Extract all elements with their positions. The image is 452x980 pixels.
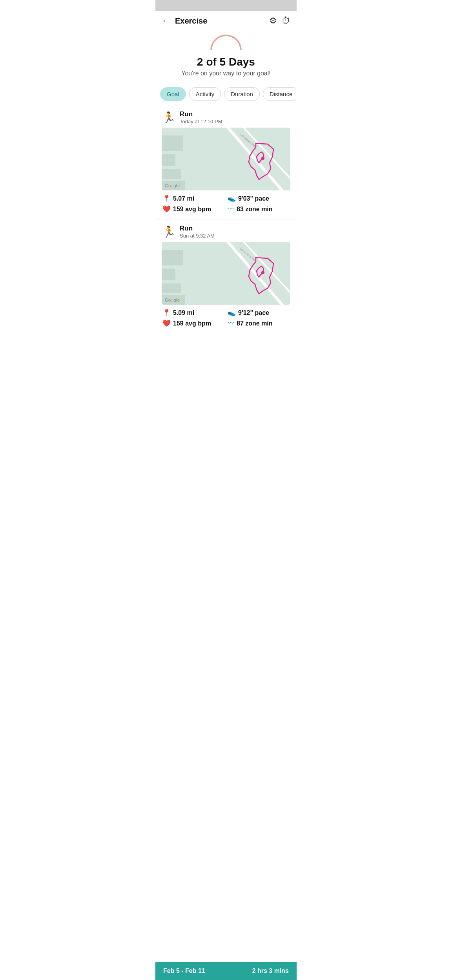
heart-icon-1: ❤️ [162, 205, 171, 213]
shoe-icon-2: 👟 [228, 309, 236, 317]
pin-icon-1: 📍 [162, 194, 171, 203]
stat-heartrate-2: ❤️ 159 avg bpm [162, 319, 224, 327]
stat-zone-1: 〰 83 zone min [228, 205, 290, 213]
goal-arc-container [155, 31, 297, 50]
stats-grid-2: 📍 5.09 mi 👟 9'12" pace ❤️ 159 avg bpm 〰 … [162, 309, 290, 327]
gear-icon[interactable]: ⚙ [269, 16, 277, 26]
stat-distance-1: 📍 5.07 mi [162, 194, 224, 203]
activity-entry-2[interactable]: 🏃 Run Sun at 9:32 AM Lakeshore Rd [155, 220, 297, 334]
status-bar [155, 0, 297, 11]
activity-info: Run Today at 12:10 PM [180, 110, 222, 124]
svg-rect-11 [162, 269, 175, 280]
activity-name-2: Run [180, 225, 215, 232]
activity-timestamp-2: Sun at 9:32 AM [180, 233, 215, 239]
zone-value-1: 83 zone min [237, 206, 273, 213]
goal-arc [210, 35, 242, 50]
run-icon: 🏃 [162, 111, 176, 124]
map-grid-2: Lakeshore Rd [162, 242, 290, 305]
activity-icon: 🏃 [162, 110, 176, 124]
shoe-icon-1: 👟 [228, 194, 236, 203]
activities-list: 🏃 Run Today at 12:10 PM [155, 106, 297, 358]
svg-rect-12 [162, 283, 181, 293]
distance-value-2: 5.09 mi [173, 309, 194, 316]
tab-goal[interactable]: Goal [160, 87, 186, 101]
svg-rect-3 [162, 169, 181, 179]
activity-entry[interactable]: 🏃 Run Today at 12:10 PM [155, 106, 297, 220]
tab-duration[interactable]: Duration [224, 87, 260, 101]
activity-map-1[interactable]: Lakeshore Rd Google [162, 128, 290, 190]
back-button[interactable]: ← [162, 16, 170, 26]
goal-text-container: 2 of 5 Days You're on your way to your g… [155, 50, 297, 81]
map-svg-2: Lakeshore Rd [162, 242, 290, 305]
goal-subtitle-label: You're on your way to your goal! [162, 70, 290, 77]
pin-icon-2: 📍 [162, 309, 171, 317]
header-icons: ⚙ ⏱ [269, 16, 290, 26]
svg-rect-2 [162, 154, 175, 166]
stat-pace-1: 👟 9'03" pace [228, 194, 290, 203]
pace-value-1: 9'03" pace [238, 195, 269, 202]
svg-point-17 [261, 271, 264, 274]
activity-header-2: 🏃 Run Sun at 9:32 AM [162, 225, 290, 239]
activity-timestamp: Today at 12:10 PM [180, 119, 222, 124]
goal-days-label: 2 of 5 Days [162, 56, 290, 68]
timer-icon[interactable]: ⏱ [282, 16, 290, 26]
distance-value-1: 5.07 mi [173, 195, 194, 202]
heartrate-value-2: 159 avg bpm [173, 320, 211, 327]
svg-rect-1 [162, 135, 183, 151]
wave-icon-1: 〰 [228, 205, 234, 213]
tab-activity[interactable]: Activity [189, 87, 221, 101]
stat-heartrate-1: ❤️ 159 avg bpm [162, 205, 224, 213]
run-icon-2: 🏃 [162, 225, 176, 238]
activity-icon-2: 🏃 [162, 225, 176, 239]
stat-distance-2: 📍 5.09 mi [162, 309, 224, 317]
map-grid-1: Lakeshore Rd [162, 128, 290, 190]
stats-grid-1: 📍 5.07 mi 👟 9'03" pace ❤️ 159 avg bpm 〰 … [162, 194, 290, 213]
svg-point-8 [261, 157, 264, 160]
google-logo-2: Google [165, 298, 180, 302]
tab-distance[interactable]: Distance [263, 87, 297, 101]
activity-map-2[interactable]: Lakeshore Rd Google [162, 242, 290, 305]
stat-pace-2: 👟 9'12" pace [228, 309, 290, 317]
header: ← Exercise ⚙ ⏱ [155, 11, 297, 31]
google-logo-1: Google [165, 183, 180, 188]
heart-icon-2: ❤️ [162, 319, 171, 327]
activity-info-2: Run Sun at 9:32 AM [180, 225, 215, 239]
pace-value-2: 9'12" pace [238, 309, 269, 316]
activity-name: Run [180, 110, 222, 118]
activity-header: 🏃 Run Today at 12:10 PM [162, 110, 290, 124]
svg-rect-10 [162, 250, 183, 265]
filter-tabs: Goal Activity Duration Distance Z [155, 81, 297, 106]
stat-zone-2: 〰 87 zone min [228, 319, 290, 327]
wave-icon-2: 〰 [228, 320, 234, 327]
page-title: Exercise [175, 16, 269, 26]
map-svg-1: Lakeshore Rd [162, 128, 290, 190]
zone-value-2: 87 zone min [237, 320, 273, 327]
heartrate-value-1: 159 avg bpm [173, 206, 211, 213]
